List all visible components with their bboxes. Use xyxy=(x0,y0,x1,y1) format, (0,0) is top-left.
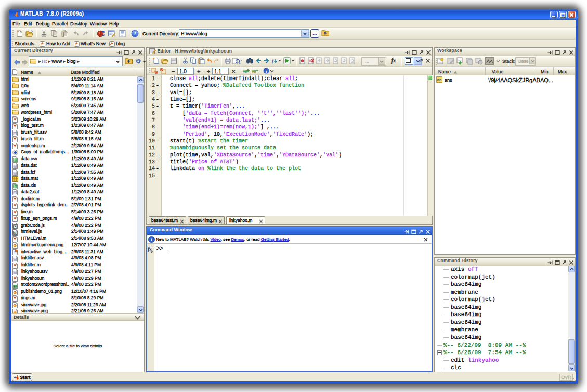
svg-text:%: % xyxy=(243,69,247,74)
svg-text:S: S xyxy=(14,224,16,228)
svg-text:S: S xyxy=(14,231,16,234)
svg-text:ab: ab xyxy=(437,77,442,82)
svg-text:?: ? xyxy=(134,31,136,36)
svg-text:f: f xyxy=(272,58,275,64)
svg-text:%: % xyxy=(252,69,256,74)
svg-text:XSL: XSL xyxy=(13,285,18,288)
svg-text:i: i xyxy=(151,237,152,242)
